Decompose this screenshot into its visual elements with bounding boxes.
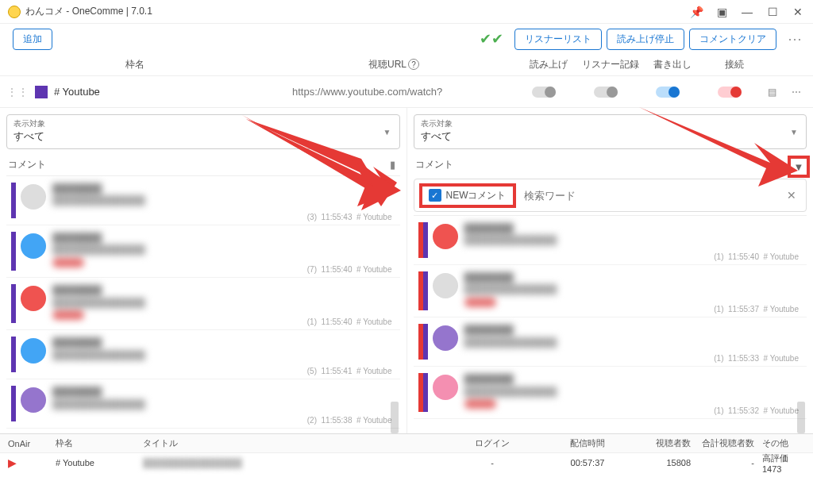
list-item[interactable]: ███████████████████████(7) 11:55:40 # Yo… — [6, 225, 400, 278]
color-stripe — [11, 183, 16, 218]
table-row[interactable]: ▶ # Youtube ████████████████ - 00:57:37 … — [0, 453, 813, 472]
bt-head-total: 合計視聴者数 — [691, 437, 754, 449]
check-all-icon[interactable]: ✔✔ — [480, 30, 503, 48]
add-button[interactable]: 追加 — [13, 29, 52, 50]
bt-head-time: 配信時間 — [548, 437, 627, 449]
color-stripe2 — [423, 373, 428, 412]
row-more-icon[interactable]: ⋯ — [792, 87, 801, 98]
titlebar: わんコメ - OneComme | 7.0.1 📌 ▣ — ☐ ✕ — [0, 0, 813, 24]
color-stripe — [11, 386, 16, 421]
onair-icon: ▶ — [8, 456, 17, 469]
comment-meta: (3) 11:55:43 # Youtube — [307, 213, 392, 221]
clear-search-icon[interactable]: ✕ — [782, 189, 801, 202]
speech-stop-button[interactable]: 読み上げ停止 — [607, 29, 684, 50]
avatar — [433, 375, 458, 400]
window-title: わんコメ - OneComme | 7.0.1 — [25, 5, 684, 18]
list-item[interactable]: ███████████████████████(3) 11:55:43 # Yo… — [6, 176, 400, 225]
channel-row: ⋮⋮ # Youtube ▤ ⋯ — [0, 76, 813, 108]
export-toggle[interactable] — [656, 87, 680, 98]
color-stripe2 — [423, 222, 428, 258]
row-other: 高評価 1473 — [754, 452, 805, 474]
avatar — [433, 273, 458, 298]
avatar — [21, 184, 46, 210]
comment-meta: (1) 11:55:33 # Youtube — [714, 354, 799, 363]
new-comment-filter-highlight: ✓ NEWコメント — [419, 183, 516, 208]
scrollbar[interactable] — [797, 402, 805, 433]
pip-icon[interactable]: ▣ — [710, 1, 734, 23]
bt-head-title: タイトル — [143, 437, 437, 449]
comments-list-right[interactable]: ███████████████████████(1) 11:55:40 # Yo… — [414, 215, 807, 433]
bt-head-onair: OnAir — [8, 439, 56, 448]
avatar — [21, 233, 46, 259]
scrollbar[interactable] — [391, 402, 399, 433]
list-item[interactable]: ███████████████████████(1) 11:55:40 # Yo… — [414, 216, 807, 265]
comment-meta: (1) 11:55:40 # Youtube — [714, 252, 799, 261]
close-button[interactable]: ✕ — [786, 1, 810, 23]
filter-select-right[interactable]: 表示対象 すべて ▼ — [414, 114, 807, 149]
bt-head-name: 枠名 — [56, 437, 143, 449]
list-item[interactable]: ███████████████████████(1) 11:55:37 # Yo… — [414, 265, 807, 317]
color-stripe — [11, 232, 16, 271]
right-panel: 表示対象 すべて ▼ コメント ▮ ▼ ✓ NEWコメント ✕ ████████… — [407, 108, 814, 433]
avatar — [433, 325, 458, 351]
row-name: # Youtube — [56, 458, 143, 467]
connect-toggle[interactable] — [718, 87, 742, 98]
channel-name[interactable]: # Youtube — [54, 86, 289, 98]
bt-head-other: その他 — [754, 437, 805, 449]
bottom-table: OnAir 枠名 タイトル ログイン 配信時間 視聴者数 合計視聴者数 その他 … — [0, 433, 813, 473]
speech-toggle[interactable] — [532, 87, 556, 98]
left-panel: 表示対象 すべて ▼ コメント ▮ ██████████████████████… — [0, 108, 407, 433]
toolbar: 追加 ✔✔ リスナーリスト 読み上げ停止 コメントクリア ⋯ — [0, 24, 813, 54]
chat-icon[interactable]: ▤ — [768, 87, 776, 98]
pin-icon[interactable]: 📌 — [684, 1, 708, 23]
color-stripe2 — [423, 271, 428, 310]
search-input[interactable] — [524, 190, 783, 202]
row-time: 00:57:37 — [548, 458, 627, 467]
row-viewers: 15808 — [627, 458, 691, 467]
comment-meta: (1) 11:55:37 # Youtube — [714, 305, 799, 314]
bt-head-login: ログイン — [437, 437, 548, 449]
col-export: 書き出し — [642, 58, 703, 71]
list-item[interactable]: ███████████████████████(1) 11:55:32 # Yo… — [414, 367, 807, 419]
comment-clear-button[interactable]: コメントクリア — [689, 29, 776, 50]
channel-url-input[interactable] — [289, 83, 513, 101]
filter-button-highlight: ▼ — [788, 156, 810, 178]
row-login: - — [437, 458, 548, 467]
new-comment-label: NEWコメント — [446, 189, 507, 202]
row-total: - — [691, 458, 754, 467]
bt-head-viewers: 視聴者数 — [627, 437, 691, 449]
list-item[interactable]: ███████████████████████(2) 11:55:38 # Yo… — [6, 379, 400, 429]
listener-list-button[interactable]: リスナーリスト — [514, 29, 602, 50]
color-stripe — [11, 337, 16, 372]
minimize-button[interactable]: — — [735, 1, 759, 23]
help-icon[interactable]: ? — [408, 59, 419, 70]
list-item[interactable]: ███████████████████████(1) 11:55:33 # Yo… — [414, 317, 807, 367]
drag-handle-icon[interactable]: ⋮⋮ — [5, 86, 30, 98]
maximize-button[interactable]: ☐ — [761, 1, 784, 23]
avatar — [21, 338, 46, 364]
col-speech: 読み上げ — [518, 58, 580, 71]
color-stripe2 — [423, 324, 428, 360]
list-item[interactable]: ███████████████████████(1) 11:55:40 # Yo… — [6, 278, 400, 330]
search-row: ✓ NEWコメント ✕ — [414, 179, 807, 212]
listener-toggle[interactable] — [594, 87, 618, 98]
comments-list-left[interactable]: ███████████████████████(3) 11:55:43 # Yo… — [6, 175, 400, 433]
comment-meta: (1) 11:55:32 # Youtube — [714, 406, 799, 415]
list-item[interactable]: ███████████████████████(5) 11:55:41 # Yo… — [6, 330, 400, 379]
col-url: 視聴URL? — [270, 58, 518, 71]
comments-label: コメント — [8, 158, 387, 171]
more-menu-icon[interactable]: ⋯ — [784, 30, 805, 48]
avatar — [21, 387, 46, 413]
app-icon — [8, 6, 21, 18]
color-stripe — [11, 284, 16, 323]
col-name: 枠名 — [0, 58, 270, 71]
filter-icon[interactable]: ▼ — [794, 161, 804, 173]
avatar — [21, 286, 46, 311]
new-comment-checkbox[interactable]: ✓ — [429, 189, 441, 202]
filter-icon-left[interactable]: ▮ — [387, 157, 399, 172]
chevron-down-icon: ▼ — [790, 128, 798, 137]
filter-select-left[interactable]: 表示対象 すべて ▼ — [6, 114, 400, 149]
channel-color-swatch[interactable] — [35, 86, 48, 98]
row-title: ████████████████ — [143, 458, 437, 467]
comment-meta: (1) 11:55:40 # Youtube — [307, 317, 392, 326]
